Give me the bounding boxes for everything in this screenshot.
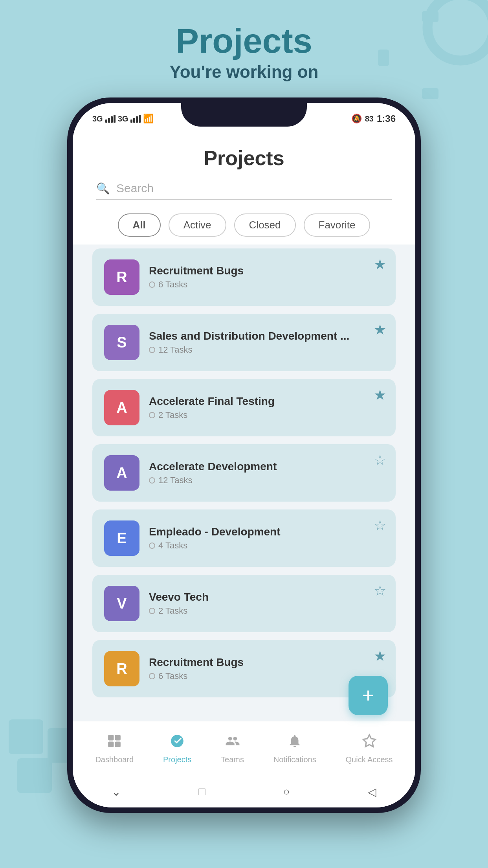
- fab-add-button[interactable]: +: [349, 676, 388, 715]
- tasks-circle-icon: [149, 542, 155, 549]
- project-tasks-4: 12 Tasks: [149, 475, 384, 485]
- dashboard-icon: [107, 734, 122, 752]
- phone-outer: 3G 3G 📶: [67, 97, 421, 813]
- project-name-2: Sales and Distribution Development ...: [149, 330, 384, 342]
- nav-notifications-label: Notifications: [273, 755, 316, 764]
- tasks-circle-icon: [149, 477, 155, 484]
- project-card-3[interactable]: A Accelerate Final Testing 2 Tasks ★: [92, 379, 396, 436]
- svg-rect-4: [9, 719, 43, 754]
- filter-active[interactable]: Active: [169, 213, 226, 237]
- project-name-6: Veevo Tech: [149, 591, 384, 603]
- nav-back[interactable]: ◁: [368, 785, 376, 798]
- phone-inner: 3G 3G 📶: [73, 103, 415, 807]
- signal-bars-1: [105, 115, 116, 123]
- project-initial-7: R: [116, 660, 127, 677]
- battery-indicator: 83: [365, 114, 374, 123]
- project-initial-4: A: [116, 465, 127, 482]
- project-avatar-7: R: [104, 651, 139, 686]
- teams-icon: [225, 734, 240, 752]
- star-button-3[interactable]: ★: [374, 387, 386, 403]
- project-initial-3: A: [116, 399, 127, 416]
- page-title: Projects: [96, 146, 392, 170]
- quick-access-icon: [362, 734, 377, 752]
- project-initial-6: V: [117, 595, 127, 612]
- star-button-7[interactable]: ★: [374, 648, 386, 664]
- projects-list: R Recruitment Bugs 6 Tasks ★ S Sales and…: [73, 245, 415, 721]
- project-name-7: Recruitment Bugs: [149, 656, 384, 669]
- nav-dashboard[interactable]: Dashboard: [95, 734, 134, 764]
- project-card-4[interactable]: A Accelerate Development 12 Tasks ☆: [92, 444, 396, 502]
- status-left: 3G 3G 📶: [92, 114, 154, 124]
- network-label-2: 3G: [118, 114, 128, 123]
- filter-closed[interactable]: Closed: [234, 213, 296, 237]
- tasks-circle-icon: [149, 281, 155, 288]
- search-input[interactable]: Search: [116, 182, 154, 195]
- filter-all[interactable]: All: [118, 213, 161, 237]
- nav-teams[interactable]: Teams: [221, 734, 244, 764]
- search-bar[interactable]: 🔍 Search: [96, 182, 392, 200]
- nav-quick-access-label: Quick Access: [346, 755, 393, 764]
- nav-quick-access[interactable]: Quick Access: [346, 734, 393, 764]
- project-tasks-5: 4 Tasks: [149, 541, 384, 551]
- project-name-1: Recruitment Bugs: [149, 265, 384, 277]
- filter-favorite[interactable]: Favorite: [304, 213, 371, 237]
- svg-rect-8: [115, 735, 121, 740]
- page-hero-title: Projects: [170, 24, 319, 58]
- project-initial-2: S: [117, 334, 127, 351]
- svg-marker-11: [363, 735, 376, 747]
- fab-plus-icon: +: [362, 684, 374, 707]
- nav-projects-label: Projects: [163, 755, 191, 764]
- project-card-1[interactable]: R Recruitment Bugs 6 Tasks ★: [92, 248, 396, 306]
- star-button-2[interactable]: ★: [374, 322, 386, 338]
- project-tasks-1: 6 Tasks: [149, 280, 384, 290]
- project-tasks-2: 12 Tasks: [149, 345, 384, 355]
- nav-circle[interactable]: ○: [283, 785, 290, 798]
- project-name-3: Accelerate Final Testing: [149, 395, 384, 408]
- filter-tabs: All Active Closed Favorite: [73, 208, 415, 245]
- search-area: 🔍 Search: [73, 178, 415, 208]
- star-button-5[interactable]: ☆: [374, 517, 386, 534]
- tasks-circle-icon: [149, 347, 155, 353]
- android-nav: ⌄ □ ○ ◁: [73, 776, 415, 807]
- project-info-3: Accelerate Final Testing 2 Tasks: [149, 395, 384, 420]
- star-button-6[interactable]: ☆: [374, 583, 386, 599]
- svg-rect-3: [378, 50, 389, 66]
- svg-rect-7: [108, 735, 114, 740]
- star-button-4[interactable]: ☆: [374, 452, 386, 469]
- svg-rect-9: [108, 741, 114, 747]
- project-info-7: Recruitment Bugs 6 Tasks: [149, 656, 384, 681]
- nav-down[interactable]: ⌄: [112, 785, 121, 798]
- star-button-1[interactable]: ★: [374, 256, 386, 273]
- project-card-2[interactable]: S Sales and Distribution Development ...…: [92, 314, 396, 371]
- project-info-6: Veevo Tech 2 Tasks: [149, 591, 384, 616]
- bottom-nav: Dashboard Projects: [73, 721, 415, 776]
- svg-rect-10: [115, 741, 121, 747]
- project-name-4: Accelerate Development: [149, 460, 384, 473]
- nav-notifications[interactable]: Notifications: [273, 734, 316, 764]
- tasks-circle-icon: [149, 412, 155, 418]
- project-avatar-6: V: [104, 586, 139, 621]
- tasks-circle-icon: [149, 673, 155, 679]
- network-label: 3G: [92, 114, 103, 123]
- app-content: Projects 🔍 Search All Active Closed Favo…: [73, 131, 415, 721]
- project-tasks-6: 2 Tasks: [149, 606, 384, 616]
- nav-dashboard-label: Dashboard: [95, 755, 134, 764]
- project-initial-1: R: [116, 269, 127, 286]
- project-info-2: Sales and Distribution Development ... 1…: [149, 330, 384, 355]
- project-card-5[interactable]: E Empleado - Development 4 Tasks ☆: [92, 509, 396, 567]
- mute-icon: 🔕: [351, 114, 362, 124]
- project-avatar-3: A: [104, 390, 139, 425]
- nav-projects[interactable]: Projects: [163, 734, 191, 764]
- project-avatar-1: R: [104, 259, 139, 295]
- status-right: 🔕 83 1:36: [351, 113, 396, 124]
- phone-notch: [181, 103, 307, 127]
- project-tasks-7: 6 Tasks: [149, 671, 384, 681]
- project-info-4: Accelerate Development 12 Tasks: [149, 460, 384, 485]
- header-section: Projects You're working on: [170, 0, 319, 82]
- notifications-icon: [287, 734, 302, 752]
- project-card-6[interactable]: V Veevo Tech 2 Tasks ☆: [92, 575, 396, 632]
- time-display: 1:36: [377, 113, 396, 124]
- page-title-area: Projects: [73, 131, 415, 178]
- signal-bars-2: [130, 115, 141, 123]
- nav-square[interactable]: □: [198, 785, 205, 798]
